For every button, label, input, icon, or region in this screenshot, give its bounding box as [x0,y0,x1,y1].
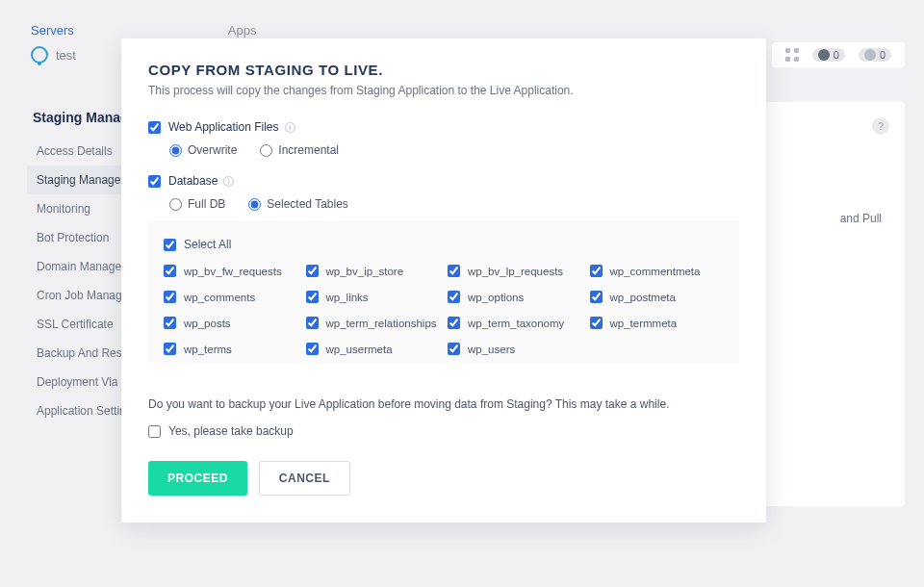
table-checkbox[interactable] [306,265,319,277]
database-label: Database [168,174,218,188]
table-label: wp_bv_lp_requests [468,266,563,277]
table-checkbox[interactable] [448,343,460,355]
notif-count: 0 [834,49,839,61]
help-icon[interactable]: ? [872,117,889,135]
table-checkbox[interactable] [306,291,319,303]
table-label: wp_term_taxonomy [468,318,564,329]
radio-selected-tables[interactable]: Selected Tables [248,197,348,211]
table-item[interactable]: wp_usermeta [306,343,441,355]
proceed-button[interactable]: PROCEED [148,461,247,496]
backup-checkbox-label: Yes, please take backup [168,424,294,438]
user-count: 0 [880,49,886,61]
table-checkbox[interactable] [448,291,460,303]
table-label: wp_postmeta [610,292,676,303]
radio-fulldb-input[interactable] [169,198,182,211]
table-checkbox[interactable] [306,343,319,355]
table-label: wp_terms [184,344,232,355]
table-label: wp_bv_ip_store [326,266,404,277]
table-label: wp_commentmeta [610,266,701,277]
radio-selected-tables-input[interactable] [248,198,261,211]
radio-incremental[interactable]: Incremental [260,143,339,157]
webfiles-checkbox[interactable] [148,121,161,134]
table-item[interactable]: wp_term_relationships [306,317,441,329]
server-name: test [56,48,76,63]
table-checkbox[interactable] [448,265,460,277]
table-checkbox[interactable] [164,291,176,303]
table-item[interactable]: wp_bv_ip_store [306,265,441,277]
person-icon [864,49,876,61]
table-item[interactable]: wp_users [448,343,582,355]
table-item[interactable]: wp_bv_lp_requests [448,265,582,277]
table-item[interactable]: wp_bv_fw_requests [164,265,298,277]
radio-overwrite-input[interactable] [169,144,182,157]
table-label: wp_usermeta [326,344,393,355]
radio-fulldb[interactable]: Full DB [169,197,225,211]
radio-overwrite-label: Overwrite [188,143,237,157]
close-circle-icon [818,49,830,61]
select-all-row[interactable]: Select All [164,238,724,251]
cancel-button[interactable]: CANCEL [259,461,350,496]
radio-selected-tables-label: Selected Tables [267,197,348,211]
radio-fulldb-label: Full DB [188,197,225,211]
select-all-label: Select All [184,238,231,251]
table-label: wp_users [468,344,515,355]
modal-title: COPY FROM STAGING TO LIVE. [148,62,739,78]
table-checkbox[interactable] [306,317,319,329]
grid-icon[interactable] [785,48,799,62]
table-checkbox[interactable] [164,317,176,329]
table-label: wp_links [326,292,369,303]
table-checkbox[interactable] [164,343,176,355]
table-item[interactable]: wp_comments [164,291,298,303]
table-label: wp_posts [184,318,231,329]
backup-checkbox[interactable] [148,425,161,438]
table-label: wp_bv_fw_requests [184,266,282,277]
table-checkbox[interactable] [164,265,176,277]
staging-copy-modal: COPY FROM STAGING TO LIVE. This process … [121,38,766,523]
tab-servers[interactable]: Servers [31,23,74,38]
table-checkbox[interactable] [590,317,603,329]
table-item[interactable]: wp_termmeta [590,317,725,329]
notifications-pill[interactable]: 0 [812,48,845,62]
radio-overwrite[interactable]: Overwrite [169,143,237,157]
table-label: wp_comments [184,292,255,303]
table-checkbox[interactable] [590,291,603,303]
table-item[interactable]: wp_postmeta [590,291,725,303]
info-icon[interactable]: i [223,176,234,187]
modal-subtitle: This process will copy the changes from … [148,84,739,97]
select-all-checkbox[interactable] [164,239,176,251]
table-checkbox[interactable] [590,265,603,277]
webfiles-label: Web Application Files [168,120,279,134]
top-right-bar: 0 0 [772,42,905,67]
table-label: wp_options [468,292,524,303]
backup-checkbox-row[interactable]: Yes, please take backup [148,424,739,438]
backup-question: Do you want to backup your Live Applicat… [148,397,739,411]
user-pill[interactable]: 0 [859,48,891,62]
database-checkbox[interactable] [148,175,161,188]
radio-incremental-label: Incremental [278,143,339,157]
table-item[interactable]: wp_links [306,291,441,303]
table-item[interactable]: wp_posts [164,317,298,329]
digitalocean-icon [31,46,48,64]
table-checkbox[interactable] [448,317,460,329]
table-item[interactable]: wp_term_taxonomy [448,317,582,329]
tables-box: Select All wp_bv_fw_requestswp_bv_ip_sto… [148,220,739,363]
tab-apps[interactable]: Apps [228,23,257,38]
info-icon[interactable]: i [285,122,295,133]
table-item[interactable]: wp_options [448,291,582,303]
radio-incremental-input[interactable] [260,144,272,157]
table-label: wp_termmeta [610,318,678,329]
table-item[interactable]: wp_terms [164,343,298,355]
table-label: wp_term_relationships [326,318,437,329]
table-item[interactable]: wp_commentmeta [590,265,725,277]
